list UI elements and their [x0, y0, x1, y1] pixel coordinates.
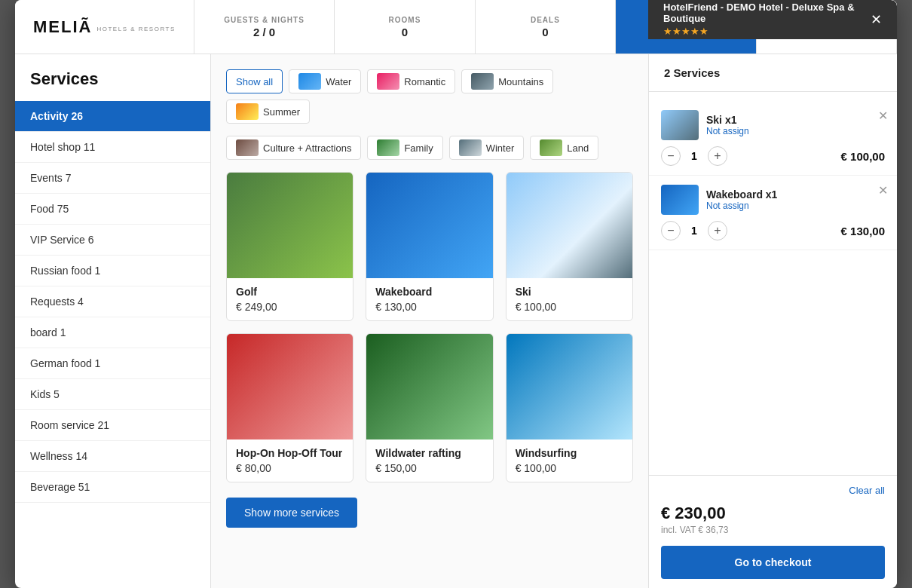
- filter-tag-land[interactable]: Land: [530, 136, 598, 160]
- cart-item-top-ski_cart: Ski x1 Not assign: [661, 110, 885, 140]
- service-name-rafting: Wildwater rafting: [375, 447, 483, 459]
- sidebar-item-events[interactable]: Events 7: [15, 163, 210, 194]
- logo-text: MELIÃ: [33, 17, 92, 37]
- hotel-close-icon[interactable]: ✕: [871, 11, 882, 28]
- qty-controls-ski_cart: − 1 +: [661, 146, 727, 166]
- nav-label-deals: DEALS: [531, 16, 560, 24]
- sidebar-item-beverage[interactable]: Beverage 51: [15, 472, 210, 503]
- service-name-ski: Ski: [516, 286, 623, 298]
- cart-item-bottom-ski_cart: − 1 + € 100,00: [661, 146, 885, 166]
- filter-img-romantic: [377, 73, 399, 90]
- service-body-ski: Ski € 100,00: [506, 278, 632, 320]
- service-img-wakeboard: [366, 173, 492, 278]
- service-price-windsurfing: € 100,00: [516, 462, 623, 474]
- filter-label-family: Family: [404, 142, 433, 154]
- cart-item-img-wake_cart: [661, 185, 699, 215]
- filter-tag-romantic[interactable]: Romantic: [367, 69, 455, 93]
- filter-label-culture: Culture + Attractions: [263, 142, 351, 154]
- cart-item-close-ski_cart[interactable]: ✕: [878, 109, 888, 123]
- service-name-hopbus: Hop-On Hop-Off Tour: [236, 447, 344, 459]
- sidebar-item-russian_food[interactable]: Russian food 1: [15, 256, 210, 286]
- cart-item-name-wake_cart: Wakeboard x1: [706, 188, 777, 201]
- service-card-hopbus[interactable]: Hop-On Hop-Off Tour € 80,00: [226, 333, 353, 482]
- service-card-wakeboard[interactable]: Wakeboard € 130,00: [366, 172, 493, 321]
- content-area: Show allWaterRomanticMountainsSummerCult…: [211, 54, 648, 588]
- filter-img-winter: [459, 139, 482, 156]
- sidebar-item-vip[interactable]: VIP Service 6: [15, 225, 210, 256]
- right-panel: 2 Services ✕ Ski x1 Not assign − 1 + € 1…: [648, 54, 897, 588]
- service-body-rafting: Wildwater rafting € 150,00: [366, 439, 492, 482]
- cart-item-bottom-wake_cart: − 1 + € 130,00: [661, 221, 885, 240]
- filter-tag-show_all[interactable]: Show all: [226, 69, 283, 93]
- sidebar-item-hotel_shop[interactable]: Hotel shop 11: [15, 132, 210, 163]
- service-img-rafting: [366, 334, 492, 439]
- service-card-windsurfing[interactable]: Windsurfing € 100,00: [506, 333, 633, 482]
- cart-item-assign-wake_cart[interactable]: Not assign: [706, 201, 777, 211]
- filter-img-mountains: [471, 73, 494, 90]
- sidebar-item-kids[interactable]: Kids 5: [15, 379, 210, 410]
- nav-label-guests: GUESTS & NIGHTS: [224, 16, 305, 24]
- sidebar-title: Services: [15, 69, 210, 101]
- qty-value-ski_cart: 1: [688, 150, 700, 162]
- service-name-wakeboard: Wakeboard: [375, 286, 483, 298]
- filter-label-mountains: Mountains: [498, 76, 543, 87]
- filter-img-water: [298, 73, 321, 90]
- total-price: € 230,00: [661, 504, 885, 523]
- filter-tag-summer[interactable]: Summer: [226, 100, 310, 124]
- filter-tag-family[interactable]: Family: [367, 136, 442, 160]
- sidebar-item-room_service[interactable]: Room service 21: [15, 410, 210, 441]
- sidebar-item-board[interactable]: board 1: [15, 317, 210, 348]
- service-price-wakeboard: € 130,00: [375, 301, 483, 313]
- service-body-golf: Golf € 249,00: [227, 278, 353, 320]
- service-price-rafting: € 150,00: [375, 462, 483, 474]
- checkout-button[interactable]: Go to checkout: [661, 546, 885, 579]
- cart-item-close-wake_cart[interactable]: ✕: [878, 183, 888, 198]
- service-name-golf: Golf: [236, 286, 344, 298]
- service-body-hopbus: Hop-On Hop-Off Tour € 80,00: [227, 439, 353, 482]
- qty-minus-ski_cart[interactable]: −: [661, 146, 681, 166]
- logo: MELIÃ HOTELS & RESORTS: [15, 0, 194, 54]
- cart-item-assign-ski_cart[interactable]: Not assign: [706, 126, 749, 136]
- sidebar-item-german_food[interactable]: German food 1: [15, 348, 210, 379]
- service-img-ski: [506, 173, 632, 278]
- services-grid: Golf € 249,00 Wakeboard € 130,00 Ski € 1…: [226, 172, 633, 482]
- service-card-golf[interactable]: Golf € 249,00: [226, 172, 353, 321]
- filter-img-family: [377, 139, 399, 156]
- nav-value-rooms: 0: [402, 26, 408, 38]
- service-card-rafting[interactable]: Wildwater rafting € 150,00: [366, 333, 493, 482]
- cart-item-price-ski_cart: € 100,00: [841, 150, 885, 163]
- filter-row-0: Show allWaterRomanticMountainsSummer: [226, 69, 633, 124]
- filter-tag-culture[interactable]: Culture + Attractions: [226, 136, 361, 160]
- sidebar-item-requests[interactable]: Requests 4: [15, 286, 210, 317]
- filter-tag-mountains[interactable]: Mountains: [461, 69, 553, 93]
- filter-label-winter: Winter: [486, 142, 515, 154]
- nav-label-rooms: ROOMS: [389, 16, 421, 24]
- filter-tag-water[interactable]: Water: [289, 69, 361, 93]
- service-card-ski[interactable]: Ski € 100,00: [506, 172, 633, 321]
- filter-tag-winter[interactable]: Winter: [449, 136, 525, 160]
- nav-item-guests[interactable]: GUESTS & NIGHTS 2 / 0: [194, 0, 335, 54]
- qty-plus-ski_cart[interactable]: +: [708, 146, 727, 166]
- show-more-button[interactable]: Show more services: [226, 498, 357, 528]
- cart-item-info-ski_cart: Ski x1 Not assign: [706, 114, 749, 136]
- qty-controls-wake_cart: − 1 +: [661, 221, 727, 240]
- qty-minus-wake_cart[interactable]: −: [661, 221, 681, 240]
- filter-row-1: Culture + AttractionsFamilyWinterLand: [226, 136, 633, 160]
- cart-item-info-wake_cart: Wakeboard x1 Not assign: [706, 188, 777, 211]
- cart-title: 2 Services: [649, 54, 897, 92]
- cart-item-top-wake_cart: Wakeboard x1 Not assign: [661, 185, 885, 215]
- service-img-hopbus: [227, 334, 353, 439]
- sidebar-item-activity[interactable]: Activity 26: [15, 101, 210, 132]
- cart-item-price-wake_cart: € 130,00: [841, 225, 885, 237]
- service-price-hopbus: € 80,00: [236, 462, 344, 474]
- qty-value-wake_cart: 1: [688, 225, 700, 237]
- nav-item-deals[interactable]: DEALS 0: [476, 0, 616, 54]
- sidebar-item-food[interactable]: Food 75: [15, 194, 210, 225]
- nav-value-deals: 0: [542, 26, 548, 38]
- sidebar: Services Activity 26Hotel shop 11Events …: [15, 54, 211, 588]
- clear-all-button[interactable]: Clear all: [661, 485, 885, 496]
- qty-plus-wake_cart[interactable]: +: [708, 221, 727, 240]
- nav-item-rooms[interactable]: ROOMS 0: [335, 0, 475, 54]
- service-img-golf: [227, 173, 353, 278]
- sidebar-item-wellness[interactable]: Wellness 14: [15, 441, 210, 472]
